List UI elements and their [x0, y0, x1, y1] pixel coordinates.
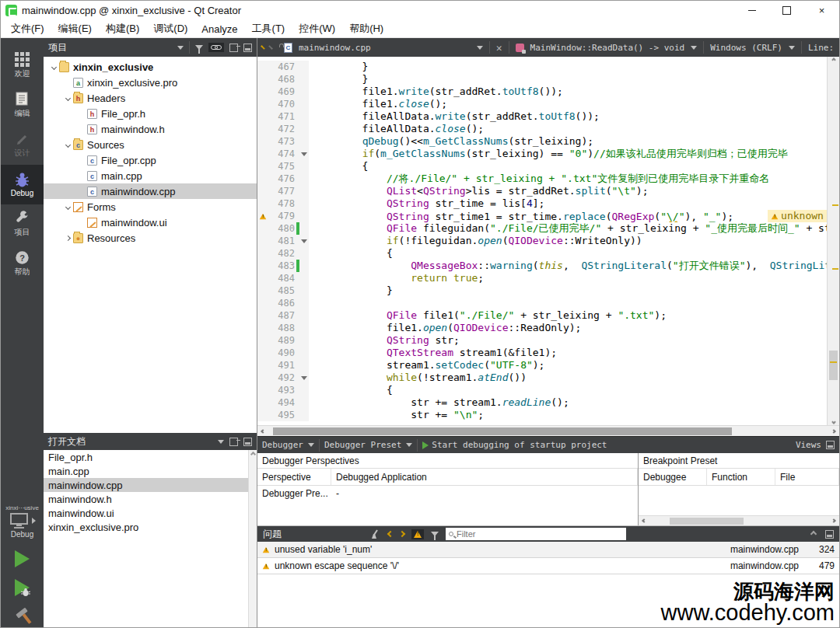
mode-edit[interactable]: 编辑 [1, 85, 44, 125]
open-doc-mainwindow.cpp[interactable]: mainwindow.cpp [44, 478, 257, 492]
debugger-mode-selector[interactable]: Debugger [262, 440, 303, 450]
symbol-dropdown-icon[interactable] [691, 46, 697, 50]
mode-help[interactable]: ? 帮助 [1, 244, 44, 284]
minimize-button[interactable] [734, 1, 769, 20]
open-doc-main.cpp[interactable]: main.cpp [44, 464, 257, 478]
menu-帮助H[interactable]: 帮助(H) [342, 20, 390, 37]
line-number[interactable]: 472 [268, 123, 295, 135]
line-number[interactable]: 492 [268, 372, 295, 384]
debugger-panel-close-icon[interactable] [826, 441, 835, 449]
line-number[interactable]: 482 [268, 247, 295, 260]
fold-marker-icon[interactable] [301, 152, 307, 156]
code-line[interactable]: 494 str += stream1.readLine(); [257, 396, 827, 409]
code-line[interactable]: 487 QFile file1("./File/" + str_leixing … [257, 309, 827, 322]
line-number[interactable]: 490 [268, 347, 295, 359]
line-number[interactable]: 473 [268, 135, 295, 148]
issues-close-icon[interactable] [825, 530, 834, 539]
tree-item-xinxin_exclusive[interactable]: xinxin_exclusive [44, 59, 257, 75]
menu-文件F[interactable]: 文件(F) [4, 20, 51, 37]
breakpoints-hscroll-thumb[interactable] [670, 518, 744, 525]
line-number[interactable]: 480 [268, 222, 295, 235]
code-area[interactable]: 467 }468 }469 file1.write(str_addRet.toU… [257, 57, 827, 425]
gutter[interactable]: 495 [257, 409, 309, 421]
code-line[interactable]: 475 { [257, 160, 827, 173]
gutter[interactable]: 488 [257, 322, 309, 334]
code-line[interactable]: 476 //将./File/" + str_leixing + ".txt"文件… [257, 173, 827, 185]
previous-issue-icon[interactable] [387, 531, 394, 537]
tree-item-mainwindow.cpp[interactable]: cmainwindow.cpp [44, 183, 257, 199]
filter-tree-icon[interactable] [195, 45, 203, 50]
code-line[interactable]: 481 if(!fileguidan.open(QIODevice::Write… [257, 235, 827, 247]
gutter[interactable]: 491 [257, 359, 309, 372]
line-number[interactable]: 467 [268, 61, 295, 73]
line-number[interactable]: 491 [268, 359, 295, 372]
run-button[interactable] [15, 550, 30, 567]
line-number[interactable]: 478 [268, 197, 295, 210]
next-issue-icon[interactable] [399, 531, 405, 537]
line-number[interactable]: 487 [268, 309, 295, 322]
gutter[interactable]: 493 [257, 384, 309, 396]
perspective-selector[interactable]: Debugger Preset [324, 440, 401, 450]
breakpoints-hscrollbar[interactable] [639, 515, 839, 525]
close-document-icon[interactable]: ✕ [496, 42, 502, 54]
gutter[interactable]: 471 [257, 110, 309, 123]
gutter[interactable]: 482 [257, 247, 309, 260]
code-line[interactable]: 471 fileAllData.write(str_addRet.toUtf8(… [257, 110, 827, 123]
split-panel-icon[interactable] [229, 44, 238, 52]
menu-编辑E[interactable]: 编辑(E) [51, 20, 99, 37]
gutter[interactable]: 486 [257, 297, 309, 309]
perspective-dropdown-icon[interactable] [406, 443, 412, 447]
code-line[interactable]: 470 file1.close(); [257, 98, 827, 110]
code-line[interactable]: 484 return true; [257, 272, 827, 284]
issue-row[interactable]: unknown escape sequence '\/'mainwindow.c… [257, 558, 839, 574]
tree-item-mainwindow.h[interactable]: hmainwindow.h [44, 121, 257, 137]
tree-item-mainwindow.ui[interactable]: mainwindow.ui [44, 215, 257, 230]
line-ending-dropdown-icon[interactable] [789, 46, 795, 50]
menu-构建B[interactable]: 构建(B) [99, 20, 146, 37]
line-number[interactable]: 484 [268, 272, 295, 284]
code-line[interactable]: 467 } [257, 61, 827, 73]
gutter[interactable]: 467 [257, 61, 309, 73]
gutter[interactable]: 494 [257, 396, 309, 409]
start-debugging-toolbar-button[interactable]: Start debugging of startup project [422, 440, 607, 450]
build-button[interactable] [12, 607, 33, 627]
line-number[interactable]: 476 [268, 173, 295, 185]
gutter[interactable]: 472 [257, 123, 309, 135]
gutter[interactable]: 485 [257, 284, 309, 297]
code-line[interactable]: 483 QMessageBox::warning(this, QStringLi… [257, 260, 827, 272]
gutter[interactable]: 469 [257, 85, 309, 98]
gutter[interactable]: 474 [257, 148, 309, 160]
gutter[interactable]: 480 [257, 222, 309, 235]
views-menu[interactable]: Views [796, 440, 821, 450]
tree-item-File_opr.cpp[interactable]: cFile_opr.cpp [44, 152, 257, 168]
line-number[interactable]: 474 [268, 148, 295, 160]
tree-item-xinxin_exclusive.pro[interactable]: axinxin_exclusive.pro [44, 75, 257, 90]
fold-marker-icon[interactable] [301, 239, 307, 243]
gutter[interactable]: 473 [257, 135, 309, 148]
tree-item-Headers[interactable]: hHeaders [44, 90, 257, 106]
code-line[interactable]: 477 QList<QString>lis = str_addRet.split… [257, 185, 827, 197]
go-back-icon[interactable] [261, 45, 265, 50]
code-line[interactable]: 493 { [257, 384, 827, 396]
issues-filter-input[interactable] [457, 529, 623, 539]
line-number[interactable]: 488 [268, 322, 295, 334]
gutter[interactable]: 492 [257, 372, 309, 384]
code-line[interactable]: 490 QTextStream stream1(&file1); [257, 347, 827, 359]
code-line[interactable]: 492 while(!stream1.atEnd()) [257, 372, 827, 384]
gutter[interactable]: 487 [257, 309, 309, 322]
close-button[interactable]: × [804, 1, 839, 20]
line-number[interactable]: 486 [268, 297, 295, 309]
gutter[interactable]: 481 [257, 235, 309, 247]
line-number[interactable]: 481 [268, 235, 295, 247]
tree-item-Sources[interactable]: cSources [44, 137, 257, 152]
column-header-File[interactable]: File [775, 469, 839, 485]
panel-dropdown-icon[interactable] [177, 46, 184, 50]
line-number[interactable]: 479 [268, 210, 295, 222]
current-symbol[interactable]: MainWindow::ReadData() -> void [530, 43, 685, 53]
code-line[interactable]: 468 } [257, 73, 827, 85]
code-line[interactable]: 491 stream1.setCodec("UTF-8"); [257, 359, 827, 372]
code-line[interactable]: 473 qDebug()<<m_GetClassNums(str_leixing… [257, 135, 827, 148]
line-number[interactable]: 470 [268, 98, 295, 110]
line-number[interactable]: 477 [268, 185, 295, 197]
line-number[interactable]: 494 [268, 396, 295, 409]
